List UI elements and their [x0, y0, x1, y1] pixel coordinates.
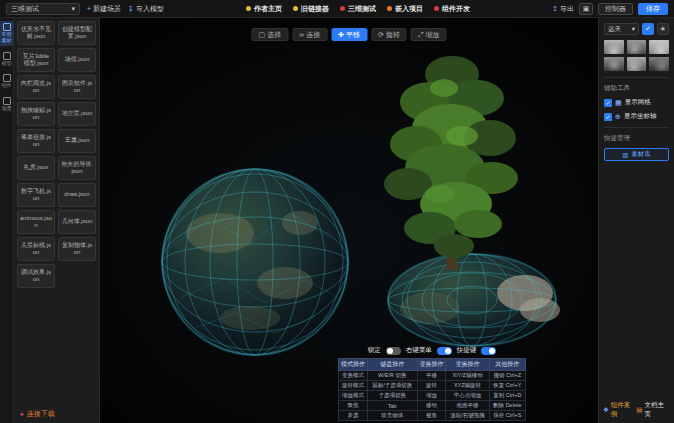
asset-card[interactable]: 拖拽辅贴.json	[17, 102, 55, 126]
grid-box-icon: ▦	[615, 99, 622, 107]
tool-选择[interactable]: ▢选择	[252, 28, 289, 41]
asset-card[interactable]: 复制物体.json	[58, 237, 96, 261]
shortcut-col-header: 变换操作	[446, 359, 489, 371]
export-button[interactable]: ↥ 导出	[552, 4, 574, 14]
shortcut-cell: 视角	[417, 411, 446, 421]
sky-thumb-5[interactable]	[627, 57, 647, 71]
asset-card[interactable]: 场馆.json	[58, 48, 96, 72]
shortcut-cell: 聚焦	[339, 401, 368, 411]
asset-card[interactable]: 图表软件.json	[58, 75, 96, 99]
favorite-button[interactable]: ★	[657, 23, 669, 35]
viewport[interactable]: ▢选择∞连接✚平移⟳旋转⤢缩放 锁定右键菜单快捷键 模式操作键盘操作变换操作变换…	[100, 18, 598, 423]
shortcut-cell: 旋转模式	[339, 381, 368, 391]
toggle-switch-锁定[interactable]	[386, 347, 401, 355]
asset-card[interactable]: 礼房.json	[17, 156, 55, 180]
dot-icon: ●	[20, 411, 24, 417]
download-link[interactable]: ● 连接下载	[20, 409, 55, 419]
asset-card[interactable]: 地空星.json	[58, 102, 96, 126]
controller-button[interactable]: 控制器	[598, 3, 633, 15]
sky-thumb-3[interactable]	[649, 40, 669, 54]
rail-item-label: 模型	[1, 61, 12, 67]
toggle-switch-快捷键[interactable]	[481, 347, 496, 355]
component-example-link[interactable]: ❖组件案例	[603, 401, 636, 419]
asset-card[interactable]: 几何体.json	[58, 210, 96, 234]
sky-thumb-1[interactable]	[604, 40, 624, 54]
controller-label: 控制器	[605, 4, 626, 14]
divider	[604, 77, 669, 78]
save-button[interactable]: 保存	[638, 3, 668, 15]
asset-card[interactable]: 创建模型配置.json	[58, 21, 96, 45]
download-link-label: 连接下载	[27, 409, 55, 419]
shortcut-cell: 变换模式	[339, 371, 368, 381]
rail-item-组件[interactable]: 组件	[0, 72, 14, 91]
rail-item-label: 组件	[1, 83, 12, 89]
topbar-link[interactable]: 作者主页	[246, 4, 282, 14]
shortcut-cell: 旋转	[417, 381, 446, 391]
helper-list: ✓▦显示网格✓⊕显示坐标轴	[604, 98, 669, 121]
import-icon: ↧	[128, 5, 134, 13]
material-library-button[interactable]: ▥ 素材库	[604, 148, 669, 161]
tool-连接[interactable]: ∞连接	[292, 28, 327, 41]
tool-平移[interactable]: ✚平移	[331, 28, 367, 41]
plus-icon: +	[87, 5, 91, 12]
topbar-link[interactable]: 嵌入项目	[387, 4, 423, 14]
doc-home-link[interactable]: ▤文档主页	[636, 401, 670, 419]
helper-option[interactable]: ✓▦显示网格	[604, 98, 669, 107]
island-object[interactable]	[388, 254, 560, 346]
checkbox-checked[interactable]: ✓	[604, 113, 612, 121]
asset-card[interactable]: 调试效果.json	[17, 264, 55, 288]
export-label: 导出	[560, 4, 574, 14]
rail-item-场景[interactable]: 场景	[0, 95, 14, 114]
asset-card[interactable]: 菜单链接.json	[17, 129, 55, 153]
asset-card[interactable]: 瓦片3dtile模型.json	[17, 48, 55, 72]
shortcut-cell: 地面平移	[446, 401, 489, 411]
transform-toolbar: ▢选择∞连接✚平移⟳旋转⤢缩放	[252, 28, 447, 41]
screenshot-button[interactable]: ▣	[579, 3, 593, 15]
topbar-link-label: 作者主页	[254, 4, 282, 14]
shortcut-col-header: 变换操作	[417, 359, 446, 371]
toggle-switch-右键菜单[interactable]	[437, 347, 452, 355]
sky-thumb-4[interactable]	[604, 57, 624, 71]
rail-item-常用素材[interactable]: 常用素材	[0, 21, 14, 46]
sky-select[interactable]: 远天 ▾	[604, 23, 639, 35]
topbar-link[interactable]: 旧链接器	[293, 4, 329, 14]
shortcut-cell: 移动	[417, 401, 446, 411]
doc-icon: ▤	[636, 406, 642, 414]
shortcut-row: 缩放模式子选项切换缩放中心点缩放复制 Ctrl+D	[339, 391, 526, 401]
chevron-down-icon: ▾	[632, 25, 635, 33]
asset-card[interactable]: 数字飞机.json	[17, 183, 55, 207]
shortcut-cell: 多选	[339, 411, 368, 421]
topbar-link[interactable]: 组件开发	[434, 4, 470, 14]
asset-card[interactable]: 关星标线.json	[17, 237, 55, 261]
tool-缩放[interactable]: ⤢缩放	[411, 28, 447, 41]
shortcut-overlay: 锁定右键菜单快捷键 模式操作键盘操作变换操作变换操作其他操作 变换模式W/E/R…	[338, 346, 526, 423]
checkbox-checked[interactable]: ✓	[604, 99, 612, 107]
tool-旋转[interactable]: ⟳旋转	[371, 28, 407, 41]
rail-item-模型[interactable]: 模型	[0, 50, 14, 69]
topbar-link[interactable]: 三维测试	[340, 4, 376, 14]
shortcut-col-header: 其他操作	[489, 359, 525, 371]
confirm-button[interactable]: ✓	[642, 23, 654, 35]
category-icon	[3, 97, 11, 105]
shortcut-cell: Tab	[367, 401, 417, 411]
asset-card[interactable]: 向栏阅览.json	[17, 75, 55, 99]
scene-select[interactable]: 三维测试 ▾	[6, 3, 80, 15]
shortcut-table-head-row: 模式操作键盘操作变换操作变换操作其他操作	[339, 359, 526, 371]
globe-object[interactable]	[162, 169, 348, 355]
tool-label: 缩放	[425, 30, 439, 40]
import-model-button[interactable]: ↧ 导入模型	[128, 4, 164, 14]
asset-card[interactable]: draw.json	[58, 183, 96, 207]
sky-thumb-6[interactable]	[649, 57, 669, 71]
asset-card[interactable]: 孢夫的导弹.json	[58, 156, 96, 180]
helper-option[interactable]: ✓⊕显示坐标轴	[604, 112, 669, 121]
asset-card[interactable]: 优美水不见树.json	[17, 21, 55, 45]
shortcut-cell: 保存 Ctrl+S	[489, 411, 525, 421]
asset-card[interactable]: animous.json	[17, 210, 55, 234]
chevron-down-icon: ▾	[71, 5, 75, 13]
new-scene-button[interactable]: + 新建场景	[87, 4, 121, 14]
asset-card[interactable]: 车属.json	[58, 129, 96, 153]
shortcut-cell: 撤销 Ctrl+Z	[489, 371, 525, 381]
screenshot-icon: ▣	[583, 5, 590, 13]
sky-thumb-2[interactable]	[627, 40, 647, 54]
shortcut-row: 变换模式W/E/R 切换平移X/Y/Z轴移动撤销 Ctrl+Z	[339, 371, 526, 381]
